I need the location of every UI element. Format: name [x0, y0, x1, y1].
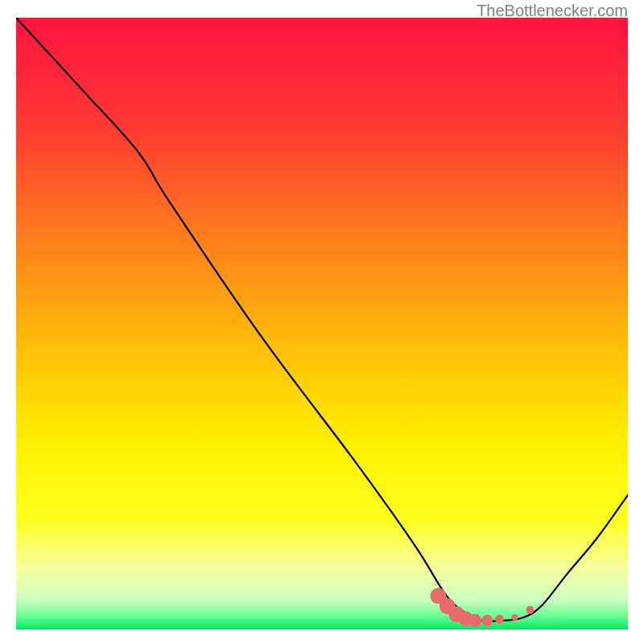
chart-background	[16, 18, 628, 630]
curve-marker	[469, 614, 481, 627]
chart-svg	[16, 18, 628, 630]
watermark-text: TheBottlenecker.com	[477, 2, 628, 20]
curve-marker	[526, 606, 534, 614]
chart-area	[16, 18, 628, 630]
curve-marker	[481, 615, 493, 626]
curve-marker	[495, 615, 504, 624]
curve-marker	[511, 614, 518, 621]
